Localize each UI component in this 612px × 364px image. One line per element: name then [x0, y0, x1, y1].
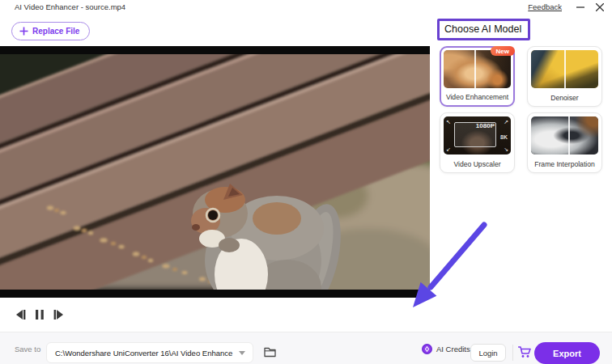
model-card-denoiser[interactable]: Denoiser — [527, 46, 602, 107]
close-icon — [596, 3, 604, 11]
new-badge: New — [491, 46, 515, 56]
login-button[interactable]: Login — [470, 344, 506, 362]
denoiser-thumbnail — [531, 50, 598, 88]
step-forward-icon — [53, 310, 64, 320]
model-label: Frame Interpolation — [528, 160, 601, 168]
cart-icon — [518, 346, 531, 358]
expand-arrow-icon: ↘ — [504, 146, 508, 152]
save-path-value: C:\Wondershare UniConverter 16\AI Video … — [55, 349, 232, 358]
folder-icon — [264, 347, 276, 358]
browse-folder-button[interactable] — [264, 346, 276, 361]
title-bar: AI Video Enhancer - source.mp4 Feedback — [0, 0, 612, 15]
export-bar: Save to C:\Wondershare UniConverter 16\A… — [0, 332, 612, 364]
video-player[interactable] — [0, 46, 430, 298]
divider — [512, 345, 513, 361]
choose-ai-model-header: Choose AI Model — [437, 19, 530, 40]
expand-arrow-icon: ↖ — [446, 119, 451, 125]
model-label: Video Upscaler — [440, 160, 514, 168]
step-forward-button[interactable] — [51, 308, 66, 321]
model-card-frame-interpolation[interactable]: Frame Interpolation — [527, 112, 602, 173]
video-enhancement-thumbnail — [444, 50, 511, 88]
replace-file-label: Replace File — [32, 27, 79, 36]
video-frame-squirrel — [0, 54, 430, 290]
minimize-button[interactable] — [573, 1, 588, 14]
pause-button[interactable] — [32, 308, 47, 321]
export-button[interactable]: Export — [534, 342, 600, 364]
minimize-icon — [576, 3, 584, 11]
replace-file-button[interactable]: Replace File — [11, 22, 90, 40]
cart-button[interactable] — [518, 346, 531, 362]
window-title: AI Video Enhancer - source.mp4 — [15, 2, 125, 11]
frame-interpolation-thumbnail — [531, 116, 598, 154]
ai-credits-group: AI Credits: — [422, 344, 472, 354]
resolution-overlay: 1080P — [476, 122, 495, 129]
ai-credits-label: AI Credits: — [436, 345, 472, 353]
close-button[interactable] — [593, 1, 607, 14]
step-backward-button[interactable] — [13, 308, 28, 321]
pause-icon — [36, 310, 44, 320]
expand-arrow-icon: ↙ — [446, 146, 451, 152]
playback-controls: 00:00:03/00:00:03 Preview — [0, 298, 430, 332]
model-label: Denoiser — [528, 94, 601, 102]
save-path-select[interactable]: C:\Wondershare UniConverter 16\AI Video … — [46, 342, 253, 363]
save-to-label: Save to — [15, 345, 40, 353]
ai-credits-icon — [422, 344, 432, 354]
model-card-video-upscaler[interactable]: 1080P 8K ↖ ↗ ↙ ↘ Video Upscaler — [440, 112, 515, 173]
expand-arrow-icon: ↗ — [504, 119, 508, 125]
ai-model-panel: Choose AI Model New Video Enhancement De… — [430, 15, 612, 332]
video-upscaler-thumbnail: 1080P 8K ↖ ↗ ↙ ↘ — [444, 116, 511, 154]
model-label: Video Enhancement — [441, 93, 513, 101]
target-resolution-overlay: 8K — [500, 134, 508, 140]
model-card-video-enhancement[interactable]: New Video Enhancement — [440, 46, 515, 107]
app-window: AI Video Enhancer - source.mp4 Feedback … — [0, 0, 612, 364]
plus-icon — [19, 27, 28, 36]
feedback-link[interactable]: Feedback — [528, 2, 562, 11]
step-backward-icon — [15, 310, 26, 320]
chevron-down-icon — [239, 351, 245, 355]
